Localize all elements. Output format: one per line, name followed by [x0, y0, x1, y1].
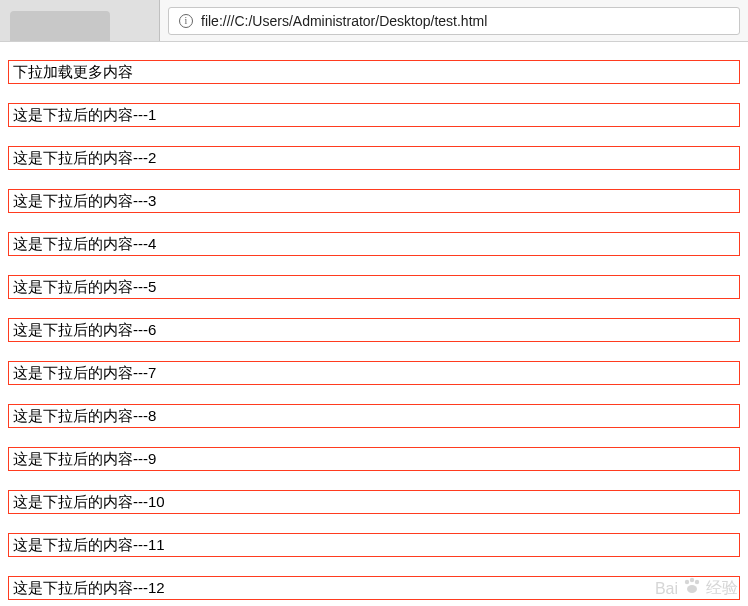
- list-item: 这是下拉后的内容---9: [8, 447, 740, 471]
- tab-area: [0, 0, 160, 41]
- header-row: 下拉加载更多内容: [8, 60, 740, 84]
- info-icon[interactable]: i: [179, 14, 193, 28]
- list-item: 这是下拉后的内容---5: [8, 275, 740, 299]
- list-item: 这是下拉后的内容---11: [8, 533, 740, 557]
- list-item: 这是下拉后的内容---3: [8, 189, 740, 213]
- address-bar[interactable]: i file:///C:/Users/Administrator/Desktop…: [168, 7, 740, 35]
- browser-chrome: i file:///C:/Users/Administrator/Desktop…: [0, 0, 748, 42]
- list-item: 这是下拉后的内容---10: [8, 490, 740, 514]
- address-bar-container: i file:///C:/Users/Administrator/Desktop…: [160, 0, 748, 41]
- list-item: 这是下拉后的内容---7: [8, 361, 740, 385]
- list-item: 这是下拉后的内容---6: [8, 318, 740, 342]
- list-item: 这是下拉后的内容---12: [8, 576, 740, 600]
- url-text: file:///C:/Users/Administrator/Desktop/t…: [201, 13, 487, 29]
- list-item: 这是下拉后的内容---8: [8, 404, 740, 428]
- browser-tab[interactable]: [10, 11, 110, 41]
- list-item: 这是下拉后的内容---4: [8, 232, 740, 256]
- list-item: 这是下拉后的内容---2: [8, 146, 740, 170]
- page-content: 下拉加载更多内容 这是下拉后的内容---1 这是下拉后的内容---2 这是下拉后…: [0, 42, 748, 600]
- list-item: 这是下拉后的内容---1: [8, 103, 740, 127]
